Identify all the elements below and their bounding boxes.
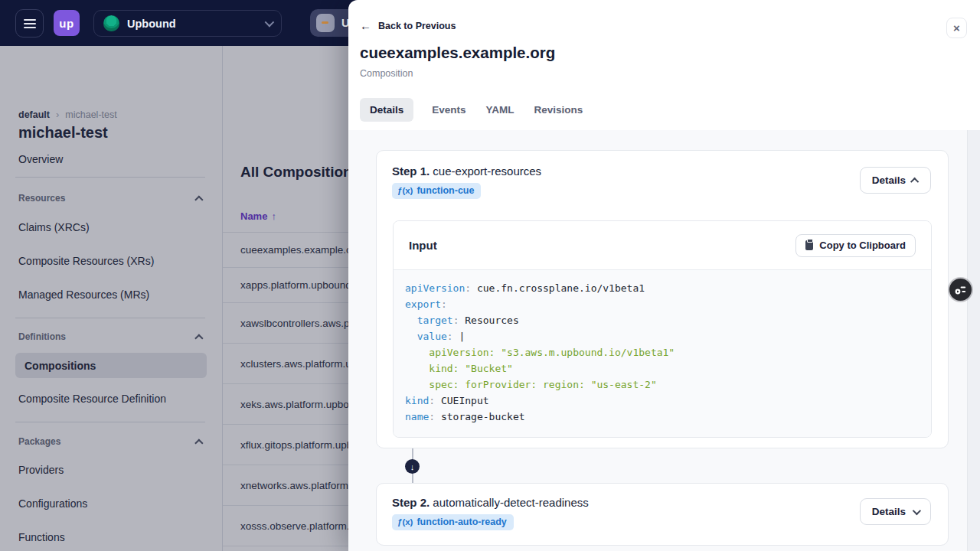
scrollbar-track[interactable] xyxy=(967,130,980,551)
modal-overlay[interactable] xyxy=(0,46,348,551)
tab-details[interactable]: Details xyxy=(360,98,413,122)
function-icon: ƒ(x) xyxy=(397,517,413,527)
panel-content: Step 1. cue-export-resources ƒ(x) functi… xyxy=(348,130,980,551)
copy-to-clipboard-button[interactable]: Copy to Clipboard xyxy=(795,234,916,257)
function-icon: ƒ(x) xyxy=(397,186,413,195)
back-to-previous-button[interactable]: ← Back to Previous xyxy=(360,20,456,31)
step-1-heading: Step 1. cue-export-resources xyxy=(392,165,933,178)
chevron-down-icon xyxy=(913,506,921,514)
close-panel-button[interactable]: × xyxy=(946,18,967,38)
yaml-code-block: apiVersion: cue.fn.crossplane.io/v1beta1… xyxy=(394,269,931,437)
input-card-title: Input xyxy=(409,239,437,252)
step-2-heading: Step 2. automatically-detect-readiness xyxy=(392,496,933,509)
details-label: Details xyxy=(872,174,906,186)
clipboard-icon xyxy=(805,240,813,250)
back-label: Back to Previous xyxy=(378,21,456,31)
step-2-label: Step 2. xyxy=(392,496,430,509)
function-auto-ready-badge: ƒ(x) function-auto-ready xyxy=(392,514,514,530)
panel-subtitle: Composition xyxy=(360,68,413,79)
input-card: Input Copy to Clipboard apiVersion: cue.… xyxy=(393,220,932,438)
control-plane-avatar-icon xyxy=(316,14,335,32)
hamburger-menu-button[interactable] xyxy=(15,9,44,37)
badge-label: function-cue xyxy=(416,185,474,196)
composition-detail-panel: ← Back to Previous × cueexamples.example… xyxy=(348,0,980,551)
tab-revisions[interactable]: Revisions xyxy=(533,104,585,116)
step-1-label: Step 1. xyxy=(392,165,430,178)
step-2-name: automatically-detect-readiness xyxy=(433,496,588,509)
chevron-down-icon xyxy=(265,18,275,28)
chevron-up-icon xyxy=(910,177,919,185)
close-icon: × xyxy=(953,21,960,34)
badge-label: function-auto-ready xyxy=(416,517,506,527)
details-label: Details xyxy=(872,506,906,517)
function-cue-badge: ƒ(x) function-cue xyxy=(392,183,481,199)
hamburger-icon xyxy=(24,19,36,21)
upbound-logo[interactable]: up xyxy=(54,10,80,36)
tab-yaml[interactable]: YAML xyxy=(485,104,516,116)
org-selector-label: Upbound xyxy=(127,18,257,30)
arrow-down-icon: ↓ xyxy=(405,459,420,474)
step-2-details-button[interactable]: Details xyxy=(860,498,931,525)
step-1-details-button[interactable]: Details xyxy=(860,167,931,194)
tab-events[interactable]: Events xyxy=(430,104,467,116)
org-avatar-icon xyxy=(103,15,119,31)
panel-tabs: DetailsEventsYAMLRevisions xyxy=(360,98,584,122)
copy-label: Copy to Clipboard xyxy=(819,240,906,251)
panel-title: cueexamples.example.org xyxy=(360,44,555,62)
back-arrow-icon: ← xyxy=(360,20,371,31)
step-1-name: cue-export-resources xyxy=(433,165,541,178)
step-1-card: Step 1. cue-export-resources ƒ(x) functi… xyxy=(376,150,949,448)
feedback-widget-button[interactable] xyxy=(949,279,972,301)
step-2-card: Step 2. automatically-detect-readiness ƒ… xyxy=(376,483,949,546)
org-selector-dropdown[interactable]: Upbound xyxy=(93,10,282,37)
annotation-list-icon xyxy=(954,283,967,296)
